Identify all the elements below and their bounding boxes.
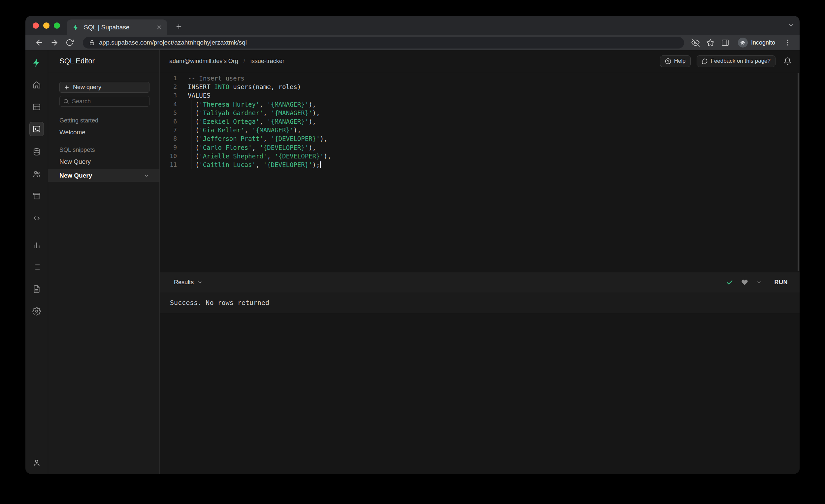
sidebar-item-new-query-2[interactable]: New Query (48, 169, 159, 182)
results-message-row: Success. No rows returned (160, 292, 800, 313)
chevron-down-icon[interactable] (144, 172, 149, 178)
new-tab-button[interactable] (173, 21, 184, 32)
zoom-window-button[interactable] (54, 22, 60, 29)
close-window-button[interactable] (33, 22, 39, 29)
breadcrumb-org[interactable]: adam@windmill.dev's Org (169, 58, 238, 65)
bell-icon (783, 57, 792, 65)
tab-close-icon[interactable] (156, 24, 162, 30)
code-line[interactable]: 10 ('Arielle Shepherd', '{DEVELOPER}'), (160, 152, 800, 160)
code-line[interactable]: 7 ('Gia Keller', '{MANAGER}'), (160, 126, 800, 134)
eye-blocked-button[interactable] (691, 39, 699, 47)
plus-icon (64, 84, 70, 90)
line-number: 9 (160, 143, 177, 152)
section-getting-started: Getting started (59, 117, 159, 124)
incognito-badge[interactable]: Incognito (736, 38, 777, 48)
breadcrumb: adam@windmill.dev's Org / issue-tracker (169, 58, 285, 65)
rail-item-reports[interactable] (30, 238, 43, 251)
code-line[interactable]: 1-- Insert users (160, 74, 800, 82)
rail-item-docs[interactable] (30, 283, 43, 296)
results-message: Success. No rows returned (170, 299, 269, 307)
search-box[interactable] (59, 96, 149, 106)
rail-item-edge-functions[interactable] (30, 212, 43, 225)
feedback-button-label: Feedback on this page? (711, 58, 770, 64)
text-cursor (320, 161, 321, 168)
line-number: 6 (160, 117, 177, 126)
code-line[interactable]: 11 ('Caitlin Lucas', '{DEVELOPER}'); (160, 160, 800, 169)
line-number: 3 (160, 91, 177, 100)
browser-toolbar: app.supabase.com/project/azahtnhqohyjerz… (25, 35, 800, 50)
main-panel: adam@windmill.dev's Org / issue-tracker … (160, 50, 800, 474)
line-number: 1 (160, 74, 177, 82)
rail-item-logs[interactable] (30, 261, 43, 274)
help-icon (665, 58, 671, 64)
code-line[interactable]: 5 ('Taliyah Gardner', '{MANAGER}'), (160, 109, 800, 117)
breadcrumb-project[interactable]: issue-tracker (250, 58, 285, 65)
rail-item-settings[interactable] (30, 305, 43, 318)
search-input[interactable] (72, 98, 146, 105)
notifications-button[interactable] (783, 57, 792, 65)
sidebar-item-new-query-1[interactable]: New Query (59, 158, 159, 165)
bookmark-star-button[interactable] (706, 39, 715, 47)
incognito-icon (738, 38, 748, 48)
reload-button[interactable] (64, 37, 76, 49)
line-number: 4 (160, 100, 177, 109)
address-bar[interactable]: app.supabase.com/project/azahtnhqohyjerz… (83, 37, 684, 49)
rail-item-account[interactable] (30, 456, 43, 470)
tab-strip: SQL | Supabase (25, 16, 800, 35)
results-label: Results (174, 279, 194, 286)
traffic-lights (33, 22, 60, 29)
results-empty-area (160, 313, 800, 474)
run-options-chevron-icon[interactable] (756, 280, 762, 286)
browser-tab[interactable]: SQL | Supabase (67, 19, 167, 35)
chevron-down-icon (197, 280, 203, 285)
code-line[interactable]: 6 ('Ezekiel Ortega', '{MANAGER}'), (160, 117, 800, 126)
tab-favicon (72, 23, 80, 31)
sql-editor[interactable]: 1-- Insert users2INSERT INTO users(name,… (160, 72, 800, 272)
code-line[interactable]: 4 ('Theresa Hurley', '{MANAGER}'), (160, 100, 800, 109)
rail-item-home[interactable] (30, 78, 43, 91)
browser-menu-button[interactable] (784, 39, 792, 47)
new-query-button[interactable]: New query (59, 82, 149, 93)
indent-guide (191, 100, 192, 169)
feedback-button[interactable]: Feedback on this page? (697, 56, 775, 67)
help-button[interactable]: Help (660, 56, 691, 67)
code-lines: 1-- Insert users2INSERT INTO users(name,… (160, 74, 800, 169)
section-sql-snippets: SQL snippets (59, 147, 159, 153)
sidebar-item-welcome[interactable]: Welcome (59, 129, 159, 136)
lock-icon (89, 40, 95, 46)
rail-item-storage[interactable] (30, 190, 43, 203)
search-icon (63, 98, 69, 104)
tab-search-chevron-icon[interactable] (788, 16, 794, 35)
run-button[interactable]: RUN (771, 277, 791, 288)
tab-title: SQL | Supabase (84, 24, 152, 31)
side-panel-button[interactable] (721, 39, 729, 47)
favorite-heart-icon[interactable] (741, 279, 748, 286)
supabase-logo[interactable] (30, 56, 43, 69)
minimize-window-button[interactable] (43, 22, 50, 29)
results-dropdown[interactable]: Results (174, 279, 203, 286)
rail-item-auth[interactable] (30, 167, 43, 181)
browser-window: SQL | Supabase app.supabase.com/project/… (25, 16, 800, 474)
success-check-icon (726, 279, 733, 286)
back-button[interactable] (33, 37, 45, 49)
results-bar: Results RUN (160, 272, 800, 292)
forward-button[interactable] (49, 37, 60, 49)
supabase-app: SQL Editor New query Getting started Wel… (25, 50, 800, 474)
code-line[interactable]: 8 ('Jefferson Pratt', '{DEVELOPER}'), (160, 134, 800, 143)
code-line[interactable]: 2INSERT INTO users(name, roles) (160, 82, 800, 91)
rail-item-database[interactable] (30, 145, 43, 158)
page-title: SQL Editor (59, 57, 95, 65)
rail-item-sql-editor[interactable] (29, 122, 44, 136)
line-number: 10 (160, 152, 177, 160)
line-number: 5 (160, 109, 177, 117)
rail-item-table-editor[interactable] (30, 100, 43, 114)
code-line[interactable]: 3VALUES (160, 91, 800, 100)
incognito-label: Incognito (751, 39, 775, 46)
code-line[interactable]: 9 ('Carlo Flores', '{DEVELOPER}'), (160, 143, 800, 152)
line-number: 2 (160, 82, 177, 91)
breadcrumb-separator: / (243, 58, 245, 65)
url-text: app.supabase.com/project/azahtnhqohyjerz… (99, 39, 247, 46)
help-button-label: Help (674, 58, 686, 64)
editor-scrollbar[interactable] (798, 73, 799, 271)
message-bubble-icon (701, 58, 708, 64)
